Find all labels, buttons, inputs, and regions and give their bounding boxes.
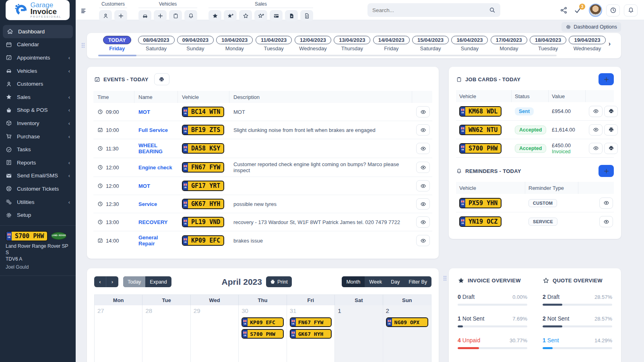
new-document-button[interactable]: [285, 10, 298, 21]
view-event-button[interactable]: [416, 180, 430, 191]
date-item[interactable]: 17/04/2023Monday: [489, 36, 528, 51]
sidebar-item-utilities[interactable]: Utilities‹: [0, 195, 76, 209]
event-name-link[interactable]: WHEEL BEARING: [134, 142, 178, 154]
add-reminder-button[interactable]: [599, 165, 614, 177]
job-card-button[interactable]: [169, 10, 182, 21]
calendar-cell[interactable]: 31 UKFN67 FYW UKGK67 HYH: [287, 305, 335, 362]
event-name-link[interactable]: Service: [134, 201, 178, 207]
invoices-button[interactable]: [208, 10, 221, 21]
approvals-icon[interactable]: 3: [574, 6, 582, 14]
drag-handle[interactable]: [81, 43, 85, 48]
payments-button[interactable]: [270, 10, 283, 21]
print-job-card-button[interactable]: [604, 143, 618, 154]
calendar-event-plate[interactable]: UKFN67 FYW: [290, 317, 332, 327]
license-plate[interactable]: UKKM68 WDL: [459, 106, 502, 117]
sidebar-item-shop-pos[interactable]: Shop & POS‹: [0, 104, 76, 117]
view-event-button[interactable]: [416, 162, 430, 173]
drag-handle[interactable]: [443, 276, 447, 281]
event-name-link[interactable]: General Repair: [134, 234, 178, 247]
date-item[interactable]: 15/04/2023Saturday: [411, 36, 450, 51]
search-box[interactable]: [367, 3, 500, 17]
avatar[interactable]: [589, 4, 602, 17]
sidebar-item-setup[interactable]: Setup: [0, 208, 76, 222]
date-item[interactable]: 11/04/2023Tuesday: [254, 36, 293, 51]
date-item[interactable]: 10/04/2023Monday: [215, 36, 254, 51]
view-event-button[interactable]: [416, 198, 430, 210]
print-job-card-button[interactable]: [604, 124, 618, 136]
license-plate[interactable]: UKYN19 OCZ: [459, 216, 502, 227]
license-plate[interactable]: UKPX59 YHN: [459, 198, 502, 208]
date-item[interactable]: 19/04/2023Wednesday: [568, 36, 607, 51]
license-plate[interactable]: UKGF17 YRT: [182, 181, 224, 191]
sidebar-item-customers[interactable]: Customers: [0, 77, 76, 90]
calendar-cell[interactable]: 30 UKKP09 EFC UKS700 PHW: [239, 305, 287, 362]
calendar-print-button[interactable]: Print: [266, 276, 292, 287]
calendar-today-button[interactable]: Today: [123, 276, 145, 287]
calendar-event-plate[interactable]: UKKP09 EFC: [242, 317, 283, 327]
sidebar-item-reports[interactable]: Reports‹: [0, 156, 76, 169]
menu-toggle-icon[interactable]: [80, 7, 88, 14]
sidebar-item-calendar[interactable]: Calendar: [0, 38, 76, 51]
license-plate[interactable]: UKBF19 ZTS: [182, 125, 224, 135]
event-name-link[interactable]: MOT: [134, 109, 178, 115]
notifications-button[interactable]: [624, 4, 638, 16]
calendar-cell[interactable]: 28: [142, 305, 190, 362]
calendar-prev-button[interactable]: ‹: [94, 276, 106, 287]
quotes-button[interactable]: [239, 10, 252, 21]
license-plate[interactable]: UKS700 PHW: [459, 143, 502, 154]
date-item[interactable]: 08/04/2023Saturday: [136, 36, 175, 51]
sidebar-item-tasks[interactable]: Tasks: [0, 143, 76, 156]
history-button[interactable]: [606, 4, 620, 16]
license-plate[interactable]: UKKP09 EFC: [182, 235, 224, 246]
sidebar-item-dashboard[interactable]: Dashboard: [3, 25, 73, 38]
view-event-button[interactable]: [416, 124, 430, 136]
view-filter-button[interactable]: Filter By: [404, 276, 431, 287]
dashboard-options-button[interactable]: Dashboard Options: [561, 22, 621, 32]
dates-scrollbar[interactable]: [98, 55, 557, 56]
calendar-cell[interactable]: 1: [335, 305, 383, 362]
add-customer-button[interactable]: [114, 10, 127, 21]
sidebar-item-sales[interactable]: Sales‹: [0, 90, 76, 104]
print-events-button[interactable]: [154, 73, 169, 85]
sidebar-item-vehicles[interactable]: Vehicles‹: [0, 64, 76, 78]
view-event-button[interactable]: [416, 235, 430, 246]
license-plate[interactable]: UKPL19 VND: [182, 217, 224, 227]
sidebar-item-customer-tickets[interactable]: Customer Tickets: [0, 182, 76, 195]
sidebar-item-send-email-sms[interactable]: Send Email/SMS‹: [0, 169, 76, 183]
sidebar-item-inventory[interactable]: Inventory‹: [0, 117, 76, 130]
calendar-event-plate[interactable]: UKS700 PHW: [242, 329, 283, 339]
view-event-button[interactable]: [416, 106, 430, 117]
sidebar-item-appointments[interactable]: Appointments‹: [0, 51, 76, 64]
add-job-card-button[interactable]: [599, 73, 614, 85]
customers-button[interactable]: [99, 10, 112, 21]
calendar-next-button[interactable]: ›: [106, 276, 118, 287]
view-reminder-button[interactable]: [599, 197, 613, 209]
event-name-link[interactable]: Engine check: [134, 165, 178, 171]
view-week-button[interactable]: Week: [365, 276, 386, 287]
event-name-link[interactable]: MOT: [134, 183, 178, 189]
brand-logo[interactable]: Garage Invoice PROFESSIONAL: [6, 0, 70, 20]
add-quote-button[interactable]: [254, 10, 267, 21]
view-event-button[interactable]: [416, 216, 430, 228]
license-plate[interactable]: UKDA58 KSY: [182, 143, 224, 154]
event-name-link[interactable]: RECOVERY: [134, 219, 178, 225]
license-plate[interactable]: UKBC14 WTN: [182, 107, 224, 117]
documents-button[interactable]: [300, 10, 313, 21]
print-job-card-button[interactable]: [604, 106, 618, 117]
view-job-card-button[interactable]: [589, 106, 603, 117]
date-item[interactable]: 18/04/2023Tuesday: [528, 36, 568, 51]
calendar-cell[interactable]: 2 UKNG09 OPX: [383, 305, 431, 362]
vehicle-reminder-button[interactable]: [184, 10, 197, 21]
search-input[interactable]: [372, 7, 489, 13]
search-icon[interactable]: [489, 7, 495, 13]
vehicles-button[interactable]: [138, 10, 151, 21]
share-icon[interactable]: [560, 6, 568, 14]
sidebar-item-purchase[interactable]: Purchase‹: [0, 130, 76, 143]
calendar-event-plate[interactable]: UKNG09 OPX: [386, 317, 428, 327]
license-plate[interactable]: UKWN62 NTU: [459, 125, 502, 135]
license-plate[interactable]: UKGK67 HYH: [182, 199, 224, 209]
view-job-card-button[interactable]: [589, 124, 603, 136]
dates-next-chevron[interactable]: ›: [609, 40, 611, 47]
add-invoice-button[interactable]: [224, 10, 237, 21]
view-day-button[interactable]: Day: [386, 276, 404, 287]
